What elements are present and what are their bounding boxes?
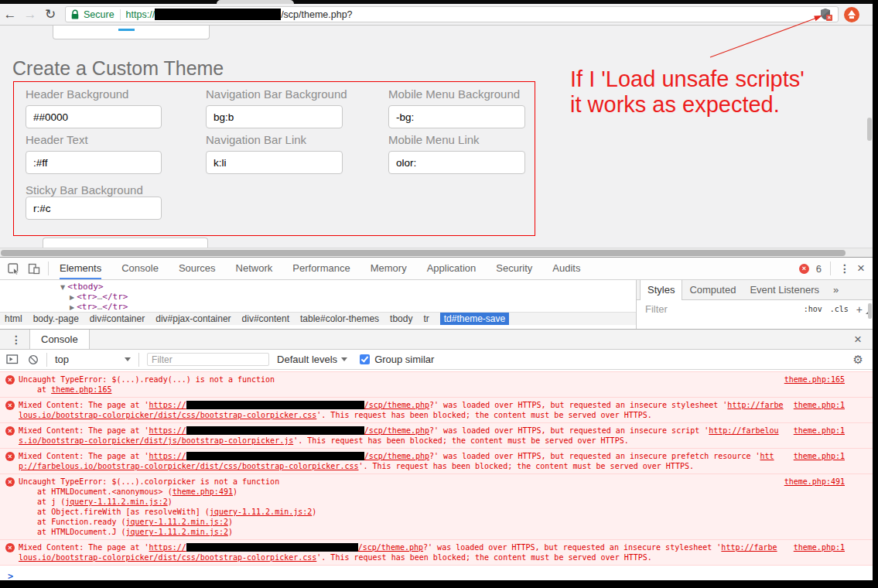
breadcrumb-item[interactable]: tbody xyxy=(390,313,412,324)
message-link[interactable]: theme.php:491 xyxy=(173,487,233,496)
message-source-link[interactable]: theme.php:491 xyxy=(784,477,845,487)
message-link[interactable]: /scp/theme.php xyxy=(364,426,429,435)
message-source-link[interactable]: theme.php:165 xyxy=(784,374,845,385)
breadcrumb-item[interactable]: html xyxy=(5,313,22,324)
message-link[interactable]: theme.php:165 xyxy=(51,385,111,394)
page-vertical-scrollbar[interactable] xyxy=(867,118,872,141)
dom-tree-node[interactable]: ▼<tbody> xyxy=(60,282,104,292)
breadcrumb-item[interactable]: td#theme-save xyxy=(440,313,509,325)
theme-field-input[interactable] xyxy=(206,151,343,174)
horizontal-scrollbar-thumb[interactable] xyxy=(1,250,846,256)
breadcrumb-item[interactable]: table#color-themes xyxy=(300,313,379,324)
styles-scrollbar-thumb[interactable] xyxy=(868,303,872,319)
overflow-menu-icon[interactable]: ⋮ xyxy=(839,262,850,275)
message-link[interactable]: jquery-1.11.2.min.js:2 xyxy=(65,497,167,506)
message-link[interactable]: jquery-1.11.2.min.js:2 xyxy=(210,508,312,516)
clear-console-icon[interactable] xyxy=(28,354,39,365)
reload-button[interactable]: ↻ xyxy=(40,5,60,25)
tab-application[interactable]: Application xyxy=(427,258,477,279)
breadcrumb-item[interactable]: div#container xyxy=(90,313,145,324)
message-link[interactable]: /scp/theme.php xyxy=(364,452,429,460)
message-link[interactable]: p://farbelous.io/bootstrap-colorpicker/d… xyxy=(19,462,359,470)
forward-button[interactable]: → xyxy=(20,5,40,25)
message-link[interactable]: http://farbe xyxy=(727,401,783,409)
message-link[interactable]: /scp/theme.php xyxy=(358,543,423,552)
console-prompt-row[interactable]: > xyxy=(0,566,873,580)
expand-arrow-icon[interactable]: ▼ xyxy=(60,284,65,291)
blocked-content-shield-icon[interactable]: × xyxy=(820,8,833,22)
console-sidebar-toggle-icon[interactable] xyxy=(6,354,19,364)
tab-security[interactable]: Security xyxy=(496,258,532,279)
execution-context-selector[interactable]: top xyxy=(55,354,69,365)
group-similar-checkbox[interactable] xyxy=(360,354,370,364)
theme-field-input[interactable] xyxy=(206,105,343,128)
message-link[interactable]: http://farbe xyxy=(721,543,777,552)
theme-field-input[interactable] xyxy=(26,151,162,174)
page-horizontal-scrollbar[interactable] xyxy=(0,248,878,257)
message-link[interactable]: https:// xyxy=(149,543,186,552)
message-link[interactable]: lous.io/bootstrap-colorpicker/dist/css/b… xyxy=(19,411,316,419)
back-button[interactable]: ← xyxy=(0,5,20,25)
redacted-url xyxy=(186,426,364,435)
theme-field-input[interactable] xyxy=(26,105,162,128)
tab-memory[interactable]: Memory xyxy=(371,258,407,279)
styles-tab-event-listeners[interactable]: Event Listeners xyxy=(743,280,826,300)
devtools-close-icon[interactable]: × xyxy=(857,263,865,274)
drawer-close-icon[interactable]: × xyxy=(854,334,862,345)
tab-audits[interactable]: Audits xyxy=(552,258,580,279)
theme-field-input[interactable] xyxy=(388,151,525,174)
console-tab[interactable]: Console xyxy=(29,330,90,349)
message-text: at j ( xyxy=(19,497,65,506)
console-settings-gear-icon[interactable]: ⚙ xyxy=(853,353,863,367)
class-toggle[interactable]: .cls xyxy=(830,305,849,313)
extension-button[interactable] xyxy=(844,7,859,22)
more-tabs-icon[interactable]: » xyxy=(826,280,846,300)
address-bar[interactable]: Secure https:// /scp/theme.php? × xyxy=(65,6,839,22)
styles-tab-styles[interactable]: Styles xyxy=(640,280,682,300)
message-link[interactable]: jquery-1.11.2.min.js:2 xyxy=(125,518,227,526)
styles-filter-input[interactable] xyxy=(644,303,724,316)
message-link[interactable]: https:// xyxy=(149,401,186,409)
tab-sources[interactable]: Sources xyxy=(179,258,216,279)
tab-elements[interactable]: Elements xyxy=(60,258,101,279)
breadcrumb-item[interactable]: tr xyxy=(423,313,429,324)
message-link[interactable]: jquery-1.11.2.min.js:2 xyxy=(125,528,227,536)
error-count[interactable]: 6 xyxy=(816,263,822,275)
message-source-link[interactable]: theme.php:1 xyxy=(794,451,845,461)
message-link[interactable]: /scp/theme.php xyxy=(364,401,429,409)
breadcrumb-item[interactable]: body.-page xyxy=(33,313,79,324)
message-link[interactable]: https:// xyxy=(149,452,186,460)
tab-network[interactable]: Network xyxy=(236,258,273,279)
message-text: Mixed Content: The page at ' xyxy=(19,426,149,435)
log-levels-selector[interactable]: Default levels xyxy=(277,354,337,365)
dom-tree-node[interactable]: ▶<tr>…</tr> xyxy=(70,302,128,312)
collapsed-arrow-icon[interactable]: ▶ xyxy=(70,304,74,311)
styles-tab-computed[interactable]: Computed xyxy=(682,280,743,300)
device-toolbar-icon[interactable] xyxy=(28,263,40,275)
message-link[interactable]: https:// xyxy=(149,426,186,435)
levels-dropdown-caret[interactable] xyxy=(341,357,347,361)
tab-performance[interactable]: Performance xyxy=(292,258,350,279)
tab-console[interactable]: Console xyxy=(121,258,159,279)
message-source-link[interactable]: theme.php:1 xyxy=(794,426,845,436)
message-source-link[interactable]: theme.php:1 xyxy=(794,400,845,410)
breadcrumb-item[interactable]: div#pjax-container xyxy=(155,313,231,324)
message-link[interactable]: htt xyxy=(760,452,774,460)
dom-tree-node[interactable]: ▶<tr>…</tr> xyxy=(70,292,128,303)
breadcrumb-item[interactable]: div#content xyxy=(242,313,289,324)
message-link[interactable]: s.io/bootstrap-colorpicker/dist/js/boots… xyxy=(19,436,293,445)
message-link[interactable]: lous.io/bootstrap-colorpicker/dist/css/b… xyxy=(19,553,316,562)
pseudo-state-toggle[interactable]: :hov xyxy=(804,305,822,313)
theme-field-input[interactable] xyxy=(26,197,162,220)
error-badge-icon[interactable]: × xyxy=(799,264,809,274)
context-dropdown-caret[interactable] xyxy=(125,357,131,361)
new-style-rule-button[interactable]: + xyxy=(856,303,863,316)
message-source-link[interactable]: theme.php:1 xyxy=(794,542,845,552)
message-link[interactable]: http://farbelou xyxy=(709,426,778,435)
inspect-element-icon[interactable] xyxy=(8,263,20,275)
console-error-row: ×Mixed Content: The page at 'https:///sc… xyxy=(0,423,873,449)
drawer-menu-icon[interactable]: ⋮ xyxy=(11,333,22,346)
collapsed-arrow-icon[interactable]: ▶ xyxy=(70,294,74,301)
console-filter-input[interactable] xyxy=(147,353,269,366)
theme-field-input[interactable] xyxy=(388,105,525,128)
